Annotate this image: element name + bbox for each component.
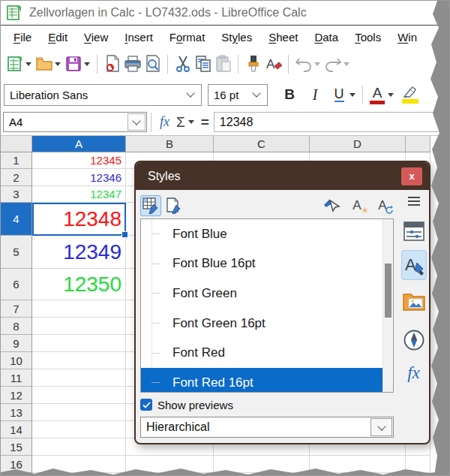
properties-icon[interactable] — [404, 220, 424, 243]
cell-C16[interactable] — [214, 456, 310, 473]
menu-view[interactable]: View — [76, 29, 116, 46]
paste-icon[interactable] — [213, 53, 233, 74]
column-header-a[interactable]: A — [32, 136, 126, 152]
menu-insert[interactable]: Insert — [116, 29, 161, 46]
menu-file[interactable]: File — [5, 29, 40, 46]
gallery-icon[interactable] — [403, 289, 425, 313]
page-styles-icon[interactable] — [164, 195, 184, 216]
clear-formatting-icon[interactable]: A — [263, 53, 284, 74]
autosum-dropdown-arrow[interactable] — [188, 120, 194, 124]
cell-A7[interactable] — [32, 300, 126, 318]
name-box[interactable]: A4 — [3, 112, 147, 132]
font-color-button[interactable]: A — [368, 83, 387, 106]
cell-A3[interactable]: 12347 — [32, 186, 126, 203]
cell-A14[interactable] — [32, 421, 126, 438]
row-header-8[interactable]: 8 — [1, 318, 32, 335]
undo-icon[interactable] — [293, 53, 314, 74]
row-header-10[interactable]: 10 — [1, 352, 32, 369]
cell-A2[interactable]: 12346 — [32, 169, 126, 186]
style-item-font-red-16pt[interactable]: Font Red 16pt — [141, 368, 393, 393]
menu-edit[interactable]: Edit — [40, 29, 76, 46]
save-dropdown-arrow[interactable] — [84, 62, 90, 66]
autosum-icon[interactable]: Σ — [174, 114, 188, 131]
menu-sheet[interactable]: Sheet — [260, 29, 306, 46]
style-item-font-green[interactable]: Font Green — [141, 279, 393, 309]
name-box-dropdown[interactable] — [128, 113, 146, 131]
menu-tools[interactable]: Tools — [346, 29, 389, 46]
style-filter-select[interactable]: Hierarchical — [140, 417, 394, 438]
column-header-clipped[interactable] — [406, 136, 430, 152]
function-wizard-icon[interactable]: fx — [155, 114, 174, 130]
close-icon[interactable]: x — [401, 167, 422, 185]
row-header-9[interactable]: 9 — [1, 335, 32, 352]
new-dropdown-arrow[interactable] — [26, 62, 32, 66]
cell-A5[interactable]: 12349 — [32, 236, 126, 269]
row-header-4[interactable]: 4 — [1, 203, 32, 236]
list-scrollbar[interactable] — [382, 219, 393, 392]
style-item-font-red[interactable]: Font Red — [141, 338, 393, 368]
column-header-b[interactable]: B — [126, 136, 214, 152]
style-filter-dropdown[interactable] — [370, 418, 392, 436]
font-size-combo[interactable]: 16 pt — [208, 84, 268, 106]
row-header-12[interactable]: 12 — [1, 387, 32, 404]
row-header-11[interactable]: 11 — [1, 369, 32, 387]
row-header-14[interactable]: 14 — [1, 421, 32, 438]
font-name-combo[interactable]: Liberation Sans — [4, 84, 202, 106]
new-style-from-selection-icon[interactable]: A✳ — [346, 195, 368, 216]
spotlight-icon[interactable] — [321, 195, 342, 216]
cell-A16[interactable] — [32, 456, 126, 473]
style-item-font-blue-16pt[interactable]: Font Blue 16pt — [141, 249, 393, 279]
menu-format[interactable]: Format — [161, 29, 214, 46]
clone-formatting-icon[interactable] — [243, 53, 263, 74]
select-all-corner[interactable] — [1, 136, 32, 152]
row-header-6[interactable]: 6 — [1, 269, 32, 300]
cell-A13[interactable] — [32, 404, 126, 421]
new-document-icon[interactable] — [4, 53, 25, 74]
font-color-dropdown-arrow[interactable] — [388, 93, 394, 97]
save-icon[interactable] — [63, 53, 83, 74]
cell-A9[interactable] — [32, 335, 126, 352]
print-preview-icon[interactable] — [142, 53, 163, 74]
row-header-13[interactable]: 13 — [1, 404, 32, 421]
cell-A15[interactable] — [32, 438, 126, 456]
styles-icon[interactable]: A — [401, 250, 427, 280]
style-item-font-blue[interactable]: Font Blue — [141, 219, 393, 249]
open-icon[interactable] — [34, 53, 54, 74]
row-header-7[interactable]: 7 — [1, 300, 32, 318]
redo-icon[interactable] — [322, 53, 343, 74]
row-header-2[interactable]: 2 — [1, 169, 32, 186]
scrollbar-thumb[interactable] — [385, 264, 392, 318]
cell-A4[interactable]: 12348 — [32, 203, 126, 236]
redo-dropdown-arrow[interactable] — [344, 62, 350, 66]
copy-icon[interactable] — [193, 53, 213, 74]
print-icon[interactable] — [122, 53, 142, 74]
cell-styles-icon[interactable] — [140, 195, 161, 216]
row-header-3[interactable]: 3 — [1, 186, 32, 203]
row-header-1[interactable]: 1 — [1, 152, 32, 169]
column-header-d[interactable]: D — [310, 136, 406, 152]
column-header-c[interactable]: C — [214, 136, 310, 152]
cell-D16[interactable] — [310, 456, 406, 473]
row-header-5[interactable]: 5 — [1, 236, 32, 269]
functions-icon[interactable]: fx — [407, 361, 420, 385]
cut-icon[interactable] — [172, 53, 193, 74]
menu-styles[interactable]: Styles — [213, 29, 260, 46]
italic-button[interactable]: I — [305, 83, 325, 106]
navigator-icon[interactable] — [403, 328, 425, 352]
cell-A6[interactable]: 12350 — [32, 269, 126, 300]
bold-button[interactable]: B — [280, 83, 299, 106]
formula-equals-icon[interactable]: = — [196, 114, 214, 131]
cell-A10[interactable] — [32, 352, 126, 369]
show-previews-checkbox[interactable] — [140, 399, 152, 411]
styles-dialog-titlebar[interactable]: Styles x — [136, 162, 429, 190]
cell-A1[interactable]: 12345 — [32, 152, 126, 169]
underline-dropdown-arrow[interactable] — [350, 93, 356, 97]
menu-data[interactable]: Data — [306, 29, 346, 46]
cell-A8[interactable] — [32, 318, 126, 335]
menu-win[interactable]: Win — [389, 29, 425, 46]
underline-button[interactable]: U — [329, 83, 349, 106]
formula-input[interactable]: 12348 — [214, 112, 448, 132]
cell-A11[interactable] — [32, 369, 126, 387]
cell-A12[interactable] — [32, 387, 126, 404]
export-pdf-icon[interactable] — [102, 53, 122, 74]
